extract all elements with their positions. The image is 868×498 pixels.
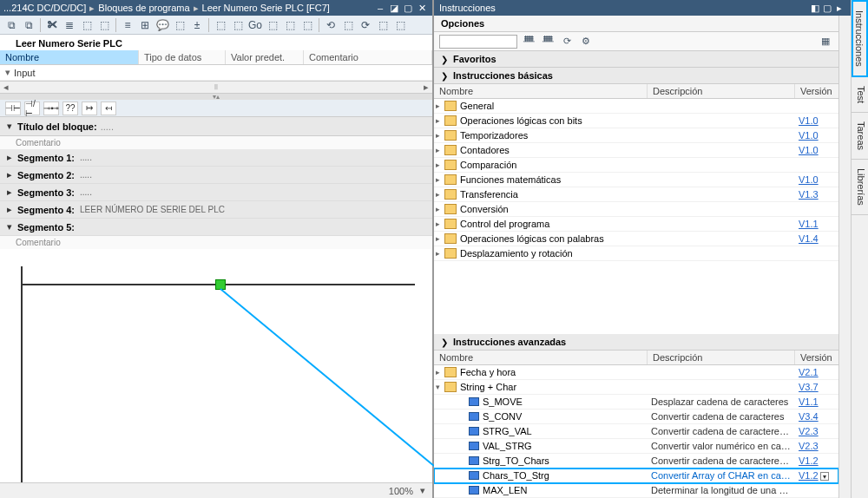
instruction-version[interactable]: V1.2▾ [795, 470, 838, 481]
tab-instrucciones[interactable]: Instrucciones [852, 0, 868, 77]
instruction-block[interactable]: Chars_TO_StrgConvertir Array of CHAR en … [434, 469, 838, 483]
col-nombre[interactable]: Nombre [434, 351, 648, 364]
instruction-version[interactable]: V2.3 [795, 426, 838, 436]
toolbar-btn[interactable]: ⧉ [21, 17, 36, 33]
instruction-block[interactable]: S_MOVEDesplazar cadena de caracteresV1.1 [434, 395, 838, 410]
toolbar-btn[interactable]: ± [189, 17, 205, 33]
toolbar-btn[interactable]: ⧉ [3, 17, 19, 33]
instruction-version[interactable]: V2.1 [795, 367, 838, 377]
tab-test[interactable]: Test [852, 77, 868, 113]
caret-icon[interactable]: ▾ [5, 67, 14, 78]
scroll-right-icon[interactable]: ▸ [420, 82, 432, 93]
col-nombre[interactable]: Nombre [434, 84, 648, 98]
caret-icon[interactable]: ▸ [436, 116, 444, 125]
caret-icon[interactable]: ▸ [436, 368, 444, 377]
toolbar-btn[interactable]: ⬚ [340, 17, 356, 33]
instruction-folder[interactable]: ▾String + CharV3.7 [434, 380, 838, 395]
caret-icon[interactable]: ▸ [436, 249, 444, 258]
segment-1[interactable]: ▸Segmento 1:..... [0, 149, 432, 167]
window-maximize-icon[interactable]: ▢ [401, 3, 415, 14]
col-desc[interactable]: Descripción [648, 84, 795, 98]
instruction-block[interactable]: MAX_LENDeterminar la longitud de una ca.… [434, 483, 838, 498]
instruction-block[interactable]: Strg_TO_CharsConvertir cadena de caracte… [434, 454, 838, 469]
instruction-version[interactable]: V2.3 [795, 441, 838, 451]
instruction-block[interactable]: STRG_VALConvertir cadena de caracteres e… [434, 424, 838, 439]
instruction-version[interactable]: V1.2 [795, 455, 838, 466]
caret-icon[interactable]: ▸ [436, 146, 444, 154]
toolbar-btn[interactable]: ⬚ [265, 17, 280, 33]
toolbar-btn[interactable]: ⬚ [299, 17, 315, 33]
caret-icon[interactable]: ▸ [436, 161, 444, 169]
instruction-version[interactable]: V1.1 [795, 219, 838, 229]
instruction-folder[interactable]: ▸Comparación [434, 158, 838, 173]
caret-icon[interactable]: ▸ [436, 234, 444, 243]
gear-icon[interactable]: ⚙ [578, 34, 594, 49]
instruction-version[interactable]: V1.0 [795, 174, 838, 185]
toolbar-btn[interactable]: ⬚ [96, 17, 112, 33]
toolbar-btn[interactable]: Go [247, 17, 263, 33]
refresh-icon[interactable]: ⟳ [559, 34, 575, 49]
toolbar-btn[interactable]: ⬚ [392, 17, 408, 33]
instruction-folder[interactable]: ▸Fecha y horaV2.1 [434, 365, 838, 380]
caret-icon[interactable]: ▸ [436, 102, 444, 110]
window-close-icon[interactable]: ✕ [415, 3, 429, 14]
caret-icon[interactable]: ▸ [7, 187, 17, 198]
window-toggle-icon[interactable]: ◪ [387, 3, 401, 14]
caret-icon[interactable]: ▾ [7, 121, 17, 132]
cat-favoritos[interactable]: ❯ Favoritos [434, 51, 838, 68]
instruction-version[interactable]: V1.4 [795, 233, 838, 244]
search-filter-icon[interactable]: ᚙ [521, 34, 536, 49]
instruction-version[interactable]: V1.0 [795, 115, 838, 126]
instruction-folder[interactable]: ▸General [434, 99, 838, 114]
instruction-version[interactable]: V3.7 [795, 382, 838, 392]
panel-layout-icon[interactable]: ▦ [818, 34, 833, 49]
toolbar-btn[interactable]: ⊞ [137, 17, 153, 33]
toolbar-btn[interactable]: ≡ [120, 17, 135, 33]
segment-2[interactable]: ▸Segmento 2:..... [0, 167, 432, 184]
breadcrumb-2[interactable]: Leer Numero Serie PLC [FC7] [202, 3, 330, 13]
instruction-block[interactable]: VAL_STRGConvertir valor numérico en cad.… [434, 439, 838, 454]
caret-icon[interactable]: ▸ [7, 152, 17, 163]
instruction-folder[interactable]: ▸TemporizadoresV1.0 [434, 128, 838, 143]
caret-icon[interactable]: ▸ [7, 204, 17, 215]
panel-expand-icon[interactable]: ▸ [833, 3, 845, 14]
block-comment[interactable]: Comentario [0, 136, 432, 149]
segment-5[interactable]: ▾Segmento 5: [0, 219, 432, 236]
toolbar-btn[interactable]: ⬚ [172, 17, 187, 33]
window-minimize-icon[interactable]: – [373, 3, 387, 13]
options-header[interactable]: Opciones [434, 16, 838, 32]
zoom-level[interactable]: 100% [389, 486, 413, 496]
interface-hscroll[interactable]: ◂ ⫴ ▸ [0, 81, 432, 93]
lad-box-icon[interactable]: ?? [62, 102, 78, 115]
instruction-folder[interactable]: ▸Funciones matemáticasV1.0 [434, 173, 838, 187]
toolbar-btn[interactable]: ⟲ [323, 17, 339, 33]
breadcrumb-0[interactable]: ...214C DC/DC/DC] [3, 3, 86, 13]
toolbar-btn[interactable]: ⬚ [375, 17, 391, 33]
tab-librerias[interactable]: Librerías [852, 160, 868, 215]
block-title-row[interactable]: ▾ Título del bloque: ..... [0, 117, 432, 136]
col-desc[interactable]: Descripción [648, 351, 795, 364]
breadcrumb-1[interactable]: Bloques de programa [98, 3, 189, 13]
toolbar-btn[interactable]: ⬚ [213, 17, 228, 33]
lad-contact-no-icon[interactable]: ⊣⊢ [5, 102, 21, 115]
lad-contact-nc-icon[interactable]: ⊣/⊢ [24, 102, 40, 115]
segment-3[interactable]: ▸Segmento 3:..... [0, 184, 432, 201]
caret-icon[interactable]: ▸ [436, 131, 444, 140]
segment-4[interactable]: ▸Segmento 4:LEER NÚMERO DE SERIE DEL PLC [0, 201, 432, 219]
col-tipo[interactable]: Tipo de datos [139, 50, 226, 64]
caret-icon[interactable]: ▸ [436, 190, 444, 199]
col-comentario[interactable]: Comentario [304, 50, 432, 64]
lad-branch-icon[interactable]: ↦ [82, 102, 97, 115]
caret-icon[interactable]: ▾ [7, 221, 17, 233]
segment-comment[interactable]: Comentario [0, 236, 432, 249]
instruction-folder[interactable]: ▸ContadoresV1.0 [434, 143, 838, 158]
instruction-version[interactable]: V1.1 [795, 396, 838, 407]
ladder-drop-node[interactable] [215, 279, 226, 290]
instruction-version[interactable]: V1.3 [795, 189, 838, 200]
instruction-version[interactable]: V1.0 [795, 145, 838, 155]
instruction-folder[interactable]: ▸Operaciones lógicas con palabrasV1.4 [434, 232, 838, 246]
caret-icon[interactable]: ▾ [436, 383, 444, 391]
toolbar-btn[interactable]: ✀ [44, 17, 60, 33]
instruction-folder[interactable]: ▸Conversión [434, 202, 838, 217]
instruction-folder[interactable]: ▸TransferenciaV1.3 [434, 187, 838, 202]
